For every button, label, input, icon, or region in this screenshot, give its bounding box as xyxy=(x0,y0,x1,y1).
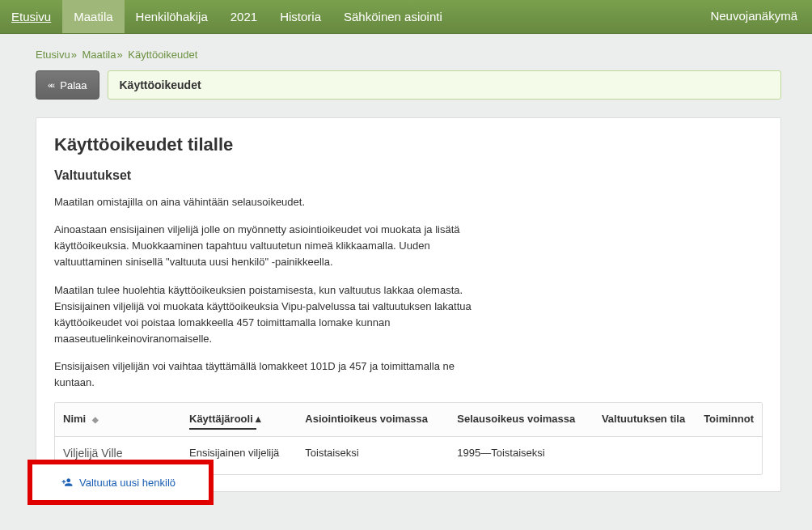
nav-maatila[interactable]: Maatila xyxy=(62,0,124,33)
person-plus-icon xyxy=(61,477,73,488)
cell-tila xyxy=(594,437,696,475)
breadcrumb-maatila[interactable]: Maatila xyxy=(82,49,116,61)
heading-sub: Valtuutukset xyxy=(54,168,763,183)
sort-asc-icon: ▴ xyxy=(256,413,261,425)
breadcrumb-kayttooikeudet[interactable]: Käyttöoikeudet xyxy=(128,49,197,61)
nav-neuvojanakyma[interactable]: Neuvojanäkymä xyxy=(696,0,812,33)
col-selausoikeus[interactable]: Selausoikeus voimassa xyxy=(449,403,594,437)
heading-main: Käyttöoikeudet tilalle xyxy=(54,134,763,155)
breadcrumb-etusivu[interactable]: Etusivu xyxy=(36,49,70,61)
nav-sahkoinen-asiointi[interactable]: Sähköinen asiointi xyxy=(332,0,454,33)
chevron-left-icon: «« xyxy=(48,80,53,90)
main-panel: Käyttöoikeudet tilalle Valtuutukset Maat… xyxy=(36,117,781,492)
col-kayttajarooli[interactable]: Käyttäjärooli ▴ xyxy=(181,403,297,437)
nav-henkilohakija[interactable]: Henkilöhakija xyxy=(125,0,219,33)
paragraph-1: Maatilan omistajilla on aina vähintään s… xyxy=(54,194,475,210)
cell-selaus: 1995—Toistaiseksi xyxy=(449,437,594,475)
add-person-label: Valtuuta uusi henkilö xyxy=(79,477,176,489)
col-kayttajarooli-label: Käyttäjärooli xyxy=(189,413,253,425)
cell-toiminnot xyxy=(696,437,762,475)
col-nimi-label: Nimi xyxy=(63,413,86,425)
back-button-label: Palaa xyxy=(60,79,87,91)
top-nav: Etusivu Maatila Henkilöhakija 2021 Histo… xyxy=(0,0,812,34)
highlight-callout: Valtuuta uusi henkilö xyxy=(27,460,214,505)
paragraph-2: Ainoastaan ensisijainen viljelijä jolle … xyxy=(54,222,475,270)
page-title: Käyttöoikeudet xyxy=(108,70,782,100)
breadcrumb: Etusivu» Maatila» Käyttöoikeudet xyxy=(36,49,781,61)
col-valtuutuksen-tila[interactable]: Valtuutuksen tila xyxy=(594,403,696,437)
sort-indicator-icon: ◆ xyxy=(92,415,99,424)
col-toiminnot[interactable]: Toiminnot xyxy=(696,403,762,437)
nav-etusivu[interactable]: Etusivu xyxy=(0,0,62,33)
cell-asiointi: Toistaiseksi xyxy=(297,437,449,475)
nav-2021[interactable]: 2021 xyxy=(219,0,269,33)
paragraph-3: Maatilan tulee huolehtia käyttöoikeuksie… xyxy=(54,282,475,348)
add-person-button[interactable]: Valtuuta uusi henkilö xyxy=(61,477,176,489)
col-nimi[interactable]: Nimi ◆ xyxy=(55,403,181,437)
col-asiointioikeus[interactable]: Asiointioikeus voimassa xyxy=(297,403,449,437)
paragraph-4: Ensisijaisen viljelijän voi vaihtaa täyt… xyxy=(54,358,475,391)
back-button[interactable]: «« Palaa xyxy=(36,70,99,100)
nav-historia[interactable]: Historia xyxy=(269,0,332,33)
